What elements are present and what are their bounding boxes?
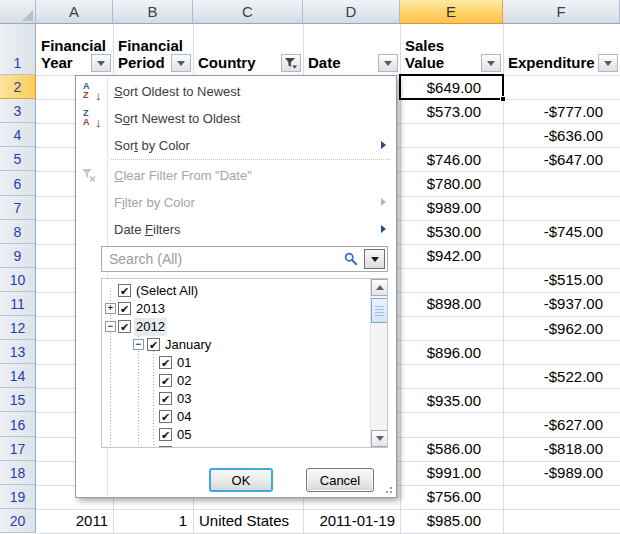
row-header-18[interactable]: 18 [0, 461, 36, 485]
header-cell-financial-period[interactable]: FinancialPeriod [114, 24, 193, 75]
clear-filter-from-date-menu-item[interactable]: Clear Filter From "Date" [77, 162, 395, 189]
row-header-13[interactable]: 13 [0, 340, 36, 364]
row-header-10[interactable]: 10 [0, 268, 36, 292]
scroll-thumb[interactable] [371, 298, 388, 323]
financial-period-filter-button[interactable] [171, 54, 191, 72]
row-header-8[interactable]: 8 [0, 220, 36, 244]
row-header-16[interactable]: 16 [0, 412, 36, 436]
column-header-F[interactable]: F [503, 0, 620, 24]
cell-F3[interactable]: -$777.00 [504, 99, 619, 123]
header-cell-financial-year[interactable]: FinancialYear [37, 24, 113, 75]
cell-E15[interactable]: $935.00 [401, 388, 502, 412]
tree-expander-plus-icon[interactable]: + [105, 303, 116, 314]
header-cell-sales-value[interactable]: SalesValue [401, 24, 503, 75]
row-header-1[interactable]: 1 [0, 24, 36, 75]
column-header-B[interactable]: B [113, 0, 193, 24]
cell-F11[interactable]: -$937.00 [504, 292, 619, 316]
row-header-17[interactable]: 17 [0, 437, 36, 461]
tree-expander-minus-icon[interactable]: − [133, 339, 144, 350]
sort-newest-to-oldest-menu-item[interactable]: ZA↓Sort Newest to Oldest [77, 105, 395, 132]
row-header-19[interactable]: 19 [0, 485, 36, 509]
row-header-15[interactable]: 15 [0, 388, 36, 412]
header-cell-expenditure[interactable]: Expenditure [504, 24, 620, 75]
cell-E9[interactable]: $942.00 [401, 244, 502, 268]
row-header-12[interactable]: 12 [0, 316, 36, 340]
selected-cell-E2[interactable] [399, 74, 504, 100]
sort-oldest-to-newest-menu-item[interactable]: AZ↓Sort Oldest to Newest [77, 78, 395, 105]
tree-scrollbar[interactable] [370, 279, 387, 447]
tree-checkbox-2012[interactable]: ✔ [118, 320, 131, 333]
tree-item-2012[interactable]: 2012 [134, 318, 167, 336]
cell-B20[interactable]: 1 [114, 509, 192, 533]
financial-year-filter-button[interactable] [91, 54, 111, 72]
tree-item-02[interactable]: 02 [175, 372, 193, 390]
cell-A20[interactable]: 2011 [37, 509, 112, 533]
date-filters-menu-item[interactable]: Date Filters [77, 216, 395, 243]
row-header-20[interactable]: 20 [0, 509, 36, 533]
row-header-11[interactable]: 11 [0, 292, 36, 316]
filter-by-color-menu-item[interactable]: Filter by Color [77, 189, 395, 216]
row-header-6[interactable]: 6 [0, 171, 36, 195]
row-header-14[interactable]: 14 [0, 364, 36, 388]
expenditure-filter-button[interactable] [598, 54, 618, 72]
tree-item-january[interactable]: January [163, 336, 213, 354]
cell-F8[interactable]: -$745.00 [504, 220, 619, 244]
cell-D20[interactable]: 2011-01-19 [304, 509, 399, 533]
cell-F10[interactable]: -$515.00 [504, 268, 619, 292]
ok-button[interactable]: OK [209, 468, 273, 492]
sales-value-filter-button[interactable] [481, 54, 501, 72]
search-dropdown-button[interactable] [364, 249, 385, 269]
tree-item-04[interactable]: 04 [175, 408, 193, 426]
row-header-2[interactable]: 2 [0, 75, 36, 99]
tree-checkbox-01[interactable]: ✔ [159, 356, 172, 369]
column-header-D[interactable]: D [303, 0, 400, 24]
row-header-9[interactable]: 9 [0, 244, 36, 268]
cell-E6[interactable]: $780.00 [401, 171, 502, 195]
tree-checkbox-03[interactable]: ✔ [159, 392, 172, 405]
tree-item-05[interactable]: 05 [175, 426, 193, 444]
tree-item-select-all[interactable]: (Select All) [134, 282, 200, 300]
row-header-7[interactable]: 7 [0, 196, 36, 220]
tree-checkbox-02[interactable]: ✔ [159, 374, 172, 387]
cell-F16[interactable]: -$627.00 [504, 412, 619, 436]
cell-E20[interactable]: $985.00 [401, 509, 502, 533]
tree-checkbox-january[interactable]: ✔ [147, 338, 160, 351]
column-header-C[interactable]: C [193, 0, 303, 24]
tree-item-01[interactable]: 01 [175, 354, 193, 372]
date-filter-button[interactable] [378, 54, 398, 72]
tree-checkbox-04[interactable]: ✔ [159, 410, 172, 423]
cell-E18[interactable]: $991.00 [401, 461, 502, 485]
select-all-corner[interactable] [0, 0, 36, 24]
cell-E11[interactable]: $898.00 [401, 292, 502, 316]
cell-E3[interactable]: $573.00 [401, 99, 502, 123]
row-header-4[interactable]: 4 [0, 123, 36, 147]
cell-E19[interactable]: $756.00 [401, 485, 502, 509]
scroll-down-button[interactable] [371, 430, 388, 447]
header-cell-date[interactable]: Date [304, 24, 400, 75]
row-header-3[interactable]: 3 [0, 99, 36, 123]
row-header-5[interactable]: 5 [0, 147, 36, 171]
header-cell-country[interactable]: Country [194, 24, 303, 75]
sort-by-color-menu-item[interactable]: Sort by Color [77, 132, 395, 159]
cell-F14[interactable]: -$522.00 [504, 364, 619, 388]
cell-E5[interactable]: $746.00 [401, 147, 502, 171]
cell-E7[interactable]: $989.00 [401, 196, 502, 220]
column-header-E[interactable]: E [400, 0, 503, 24]
resize-grip[interactable] [383, 485, 393, 494]
tree-expander-minus-icon[interactable]: − [105, 321, 116, 332]
cell-F17[interactable]: -$818.00 [504, 437, 619, 461]
cancel-button[interactable]: Cancel [306, 468, 374, 492]
cell-F18[interactable]: -$989.00 [504, 461, 619, 485]
scroll-up-button[interactable] [371, 279, 388, 296]
cell-E17[interactable]: $586.00 [401, 437, 502, 461]
cell-C20[interactable]: United States [194, 509, 302, 533]
column-header-A[interactable]: A [36, 0, 113, 24]
cell-E8[interactable]: $530.00 [401, 220, 502, 244]
tree-checkbox-05[interactable]: ✔ [159, 428, 172, 441]
tree-item-03[interactable]: 03 [175, 390, 193, 408]
tree-checkbox-2013[interactable]: ✔ [118, 302, 131, 315]
cell-F12[interactable]: -$962.00 [504, 316, 619, 340]
tree-item-2013[interactable]: 2013 [134, 300, 167, 318]
tree-checkbox-partial[interactable]: ✔ [159, 446, 172, 448]
cell-F5[interactable]: -$647.00 [504, 147, 619, 171]
